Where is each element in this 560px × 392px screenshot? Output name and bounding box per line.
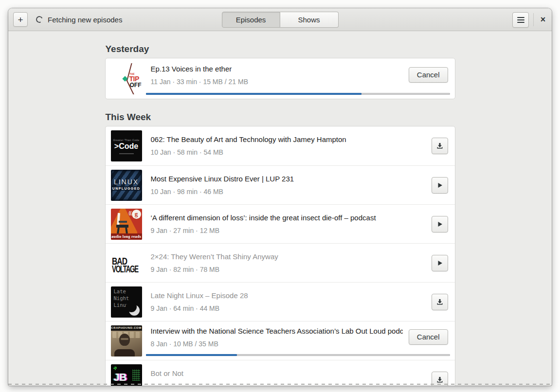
section-title-this-week: This Week [106,112,455,123]
episode-title: Late Night Linux – Episode 28 [151,291,426,301]
episode-meta: 11 Jan · 33 min · 15 MB / 21 MB [151,77,403,87]
download-progressbar [146,93,450,95]
podcasts-window: + Fetching new episodes Episodes Shows ×… [8,8,552,386]
episode-meta: 10 Jan · 58 min · 54 MB [151,147,426,157]
menu-button[interactable] [512,12,529,28]
hamburger-icon [517,17,524,18]
episode-title: Interview with the National Science Teac… [151,326,403,336]
episode-title: Bot or Not [151,369,426,378]
show-cover-craphound: CRAPHOUND.COM [111,325,142,356]
episode-row-late-night-linux[interactable]: Late Night Linux Late Night Linux – Epis… [106,282,455,321]
episode-text: Interview with the National Science Teac… [151,326,403,349]
download-progress-fill [146,354,237,356]
episode-row-bot-or-not[interactable]: » JB Bot or Not [106,360,455,386]
episode-text: 062: The Beauty of Art and Technology wi… [151,135,426,157]
yesterday-card: THE TIP OFF Ep.13 Voices in the ether 11… [105,58,455,99]
episode-meta: 9 Jan · 82 min · 78 MB [151,265,426,274]
tab-episodes[interactable]: Episodes [222,12,280,28]
episode-title: 2×24: They Weren’t That Shiny Anyway [151,252,426,262]
episode-text: Late Night Linux – Episode 28 9 Jan · 64… [151,291,426,313]
show-cover-late-night-linux: Late Night Linux [111,286,142,318]
episode-row-bad-voltage[interactable]: BAD VOLTAGE 2×24: They Weren’t That Shin… [106,243,455,282]
episode-title: Most Expensive Linux Distro Ever | LUP 2… [151,174,426,184]
show-cover-greater-than-code: Greater Than Code >Code [111,130,142,161]
episode-title: ‘A different dimension of loss’: inside … [151,213,426,223]
play-button[interactable] [432,177,448,194]
play-button[interactable] [432,255,448,271]
spinner-icon [35,15,44,24]
show-cover-linux-unplugged: LINUX UNPLUGGED [111,170,142,201]
scroll-undershoot-indicator [8,384,552,385]
section-title-yesterday: Yesterday [106,44,455,54]
download-progress-fill [146,93,362,95]
show-cover-bad-voltage: BAD VOLTAGE [111,248,142,279]
view-switcher: Episodes Shows [222,12,339,28]
download-icon [436,142,444,150]
episode-row-craphound[interactable]: CRAPHOUND.COM Interview with the Nationa… [106,321,455,360]
cancel-download-button[interactable]: Cancel [409,67,448,83]
episode-row-linux-unplugged[interactable]: LINUX UNPLUGGED Most Expensive Linux Dis… [106,165,455,204]
episode-text: Bot or Not [151,369,426,386]
episode-title: Ep.13 Voices in the ether [151,64,403,74]
download-icon [436,376,444,384]
episode-text: Most Expensive Linux Distro Ever | LUP 2… [151,174,426,196]
episode-row-tip-off[interactable]: THE TIP OFF Ep.13 Voices in the ether 11… [106,58,455,99]
close-button[interactable]: × [536,13,550,26]
episode-meta: 9 Jan · 27 min · 12 MB [151,226,426,235]
add-podcast-button[interactable]: + [13,12,28,27]
episode-row-greater-than-code[interactable]: Greater Than Code >Code 062: The Beauty … [106,126,455,165]
episode-row-audio-long-reads[interactable]: (( g audio long reads ‘A different dimen… [106,204,455,243]
tab-shows[interactable]: Shows [280,12,339,28]
episode-title: 062: The Beauty of Art and Technology wi… [151,135,426,144]
download-progressbar [146,354,450,356]
episode-meta: 9 Jan · 64 min · 44 MB [151,303,426,313]
header-separator [533,13,534,26]
episode-meta: 10 Jan · 98 min · 46 MB [151,187,426,196]
episode-text: 2×24: They Weren’t That Shiny Anyway 9 J… [151,252,426,274]
play-icon [436,181,444,189]
episode-text: Ep.13 Voices in the ether 11 Jan · 33 mi… [151,64,403,87]
play-button[interactable] [432,216,448,232]
play-icon [436,259,444,267]
download-button[interactable] [432,138,448,154]
download-button[interactable] [432,294,448,310]
show-cover-jb: » JB [111,364,142,386]
show-cover-audio-long-reads: (( g audio long reads [111,209,142,240]
headerbar: + Fetching new episodes Episodes Shows × [8,8,552,31]
cancel-download-button[interactable]: Cancel [409,329,448,345]
download-icon [436,298,444,306]
episodes-view: Yesterday THE TIP OFF Ep.13 Voices in th… [8,31,552,386]
this-week-card: Greater Than Code >Code 062: The Beauty … [105,126,455,386]
episode-meta: 8 Jan · 10 MB / 35 MB [151,339,403,349]
show-cover-the-tip-off: THE TIP OFF [111,63,142,94]
episode-text: ‘A different dimension of loss’: inside … [151,213,426,235]
status-text: Fetching new episodes [48,16,122,24]
play-icon [436,220,444,228]
